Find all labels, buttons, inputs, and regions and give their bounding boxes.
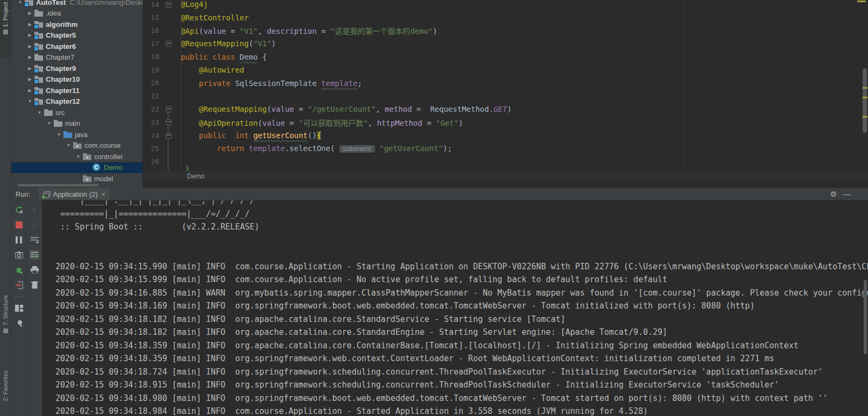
package-icon [73, 142, 82, 149]
ide-window: 1: Project 7: Structure 2: Favorites ▼ A… [0, 0, 868, 416]
tree-root-row[interactable]: ▼ AutoTest C:\Users\mrwang\Desktop\ [11, 0, 143, 8]
line-number: 14 [143, 1, 159, 9]
code-line-16: 16@Api(value = "V1", description = "这是我的… [143, 24, 868, 37]
tool-button-project[interactable]: 1: Project [0, 0, 11, 58]
console-line: 2020-02-15 09:34:18.984 [main] INFO com.… [55, 405, 868, 416]
code-editor[interactable]: 14@Log4j15@RestController16@Api(value = … [143, 0, 868, 171]
tool-button-structure[interactable]: 7: Structure [0, 293, 11, 356]
gutter-separator [181, 0, 181, 171]
pause-output-icon[interactable] [14, 235, 24, 245]
up-stack-trace-icon[interactable]: ↑ [30, 205, 39, 214]
dump-threads-camera-icon[interactable] [14, 250, 24, 260]
tree-row-controller[interactable]: ▼controller [11, 151, 143, 162]
tree-root-path: C:\Users\mrwang\Desktop\ [69, 0, 143, 6]
chevron-expanded-icon[interactable]: ▼ [74, 154, 83, 159]
chevron-collapsed-icon[interactable]: ▶ [25, 11, 34, 16]
line-number: 22 [143, 105, 159, 113]
warning-stripe-mark[interactable] [857, 1, 866, 2]
attach-debugger-icon[interactable] [14, 265, 24, 275]
rerun-icon[interactable] [14, 205, 24, 214]
pin-icon[interactable] [14, 318, 24, 328]
console-line: 2020-02-15 09:34:18.182 [main] INFO org.… [55, 326, 868, 339]
chevron-expanded-icon[interactable]: ▼ [64, 143, 73, 148]
line-number: 25 [143, 145, 159, 153]
chevron-expanded-icon[interactable]: ▼ [35, 110, 44, 115]
tree-row-chapter7[interactable]: ▶Chapter7 [11, 52, 143, 63]
tree-row--idea[interactable]: ▶.idea [11, 8, 143, 19]
line-number: 20 [143, 79, 159, 87]
tree-row-chapter11[interactable]: ▶Chapter11 [11, 85, 143, 96]
code-line-19: 19 @Autowired [143, 63, 868, 76]
tree-row-chapter9[interactable]: ▶Chapter9 [11, 63, 143, 74]
tree-row-src[interactable]: ▼src [11, 107, 143, 118]
close-icon[interactable]: × [102, 190, 106, 198]
chevron-expanded-icon[interactable]: ▼ [25, 99, 34, 104]
tree-item-label: com.course [84, 141, 120, 149]
tree-row-java[interactable]: ▼java [11, 129, 143, 140]
project-tree[interactable]: ▼ AutoTest C:\Users\mrwang\Desktop\ ▶.id… [11, 0, 143, 188]
stop-icon[interactable] [14, 220, 24, 229]
breadcrumb-item[interactable]: Demo [187, 173, 204, 180]
chevron-collapsed-icon[interactable]: ▶ [25, 55, 34, 60]
exit-icon[interactable] [14, 280, 24, 290]
soft-wrap-icon[interactable] [30, 235, 39, 245]
code-line-25: 25 return template.selectOne( statement:… [143, 142, 868, 155]
tree-item-label: Chapter12 [46, 97, 80, 105]
fold-marker[interactable] [159, 2, 177, 8]
chevron-collapsed-icon[interactable]: ▶ [25, 88, 34, 93]
console-vertical-scrollbar[interactable] [864, 280, 867, 354]
restore-layout-icon[interactable] [14, 303, 24, 313]
fold-marker[interactable] [159, 133, 177, 139]
warning-stripe-mark[interactable] [863, 97, 867, 98]
run-tab-application[interactable]: Application (2) × [39, 188, 110, 200]
console-line: 2020-02-15 09:34:18.182 [main] INFO org.… [55, 313, 868, 326]
editor-vertical-scrollbar[interactable] [863, 68, 867, 133]
line-number: 17 [143, 40, 159, 48]
tree-row-chapter5[interactable]: ▶Chapter5 [11, 30, 143, 41]
chevron-collapsed-icon[interactable]: ▶ [25, 44, 34, 49]
code-text: public class Demo { [177, 53, 267, 61]
module-icon [34, 65, 43, 72]
clear-all-trash-icon[interactable] [30, 280, 39, 290]
gear-icon[interactable]: ⚙ [830, 190, 837, 198]
scroll-to-end-icon[interactable] [30, 250, 39, 260]
code-text: @RestController [177, 13, 248, 22]
code-text: return template.selectOne( statement: "g… [177, 144, 452, 153]
tree-horizontal-scrollbar[interactable] [18, 184, 98, 187]
fold-marker[interactable] [159, 106, 177, 112]
chevron-collapsed-icon[interactable]: ▶ [25, 77, 34, 82]
tree-row-algorithm[interactable]: ▶algorithm [11, 19, 143, 30]
down-stack-trace-icon[interactable]: ↓ [30, 220, 39, 229]
fold-marker[interactable] [159, 41, 177, 47]
module-icon [34, 21, 43, 28]
tree-row-demo[interactable]: Demo [11, 162, 143, 174]
tool-button-favorites[interactable]: 2: Favorites [0, 368, 11, 416]
folder-icon [44, 109, 53, 116]
tree-row-model[interactable]: model [11, 173, 143, 184]
console-output[interactable]: ' |____| .__|_| |_|_| |_\__, | / / / / =… [42, 200, 868, 416]
chevron-collapsed-icon[interactable]: ▶ [25, 22, 34, 27]
tree-item-label: Demo [104, 163, 123, 171]
warning-stripe-mark[interactable] [863, 116, 867, 118]
tree-row-com-course[interactable]: ▼com.course [11, 140, 143, 152]
chevron-collapsed-icon[interactable]: ▶ [25, 33, 34, 38]
tree-row-main[interactable]: ▼main [11, 118, 143, 130]
module-icon [25, 0, 33, 6]
line-number: 19 [143, 66, 159, 74]
warning-stripe-mark[interactable] [863, 87, 867, 89]
console-line: 2020-02-15 09:34:18.359 [main] INFO org.… [55, 352, 868, 365]
line-number: 23 [143, 118, 159, 126]
tree-row-chapter6[interactable]: ▶Chapter6 [11, 41, 143, 52]
tree-item-label: Chapter11 [46, 87, 80, 95]
chevron-expanded-icon[interactable]: ▼ [45, 121, 54, 126]
tree-row-chapter12[interactable]: ▼Chapter12 [11, 96, 143, 107]
hide-panel-icon[interactable]: — [843, 190, 851, 198]
chevron-expanded-icon[interactable]: ▼ [54, 132, 63, 137]
code-text: @Log4j [177, 0, 208, 9]
print-icon[interactable] [30, 265, 39, 275]
chevron-expanded-icon[interactable]: ▼ [16, 0, 25, 5]
chevron-collapsed-icon[interactable]: ▶ [25, 66, 34, 71]
module-icon [34, 98, 43, 105]
tree-row-chapter10[interactable]: ▶Chapter10 [11, 74, 143, 85]
fold-marker[interactable] [159, 119, 177, 125]
